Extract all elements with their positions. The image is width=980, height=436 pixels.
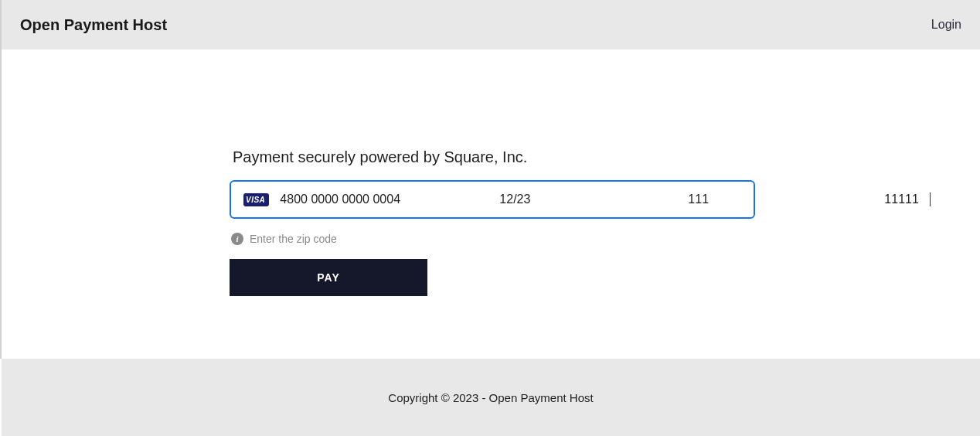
payment-heading: Payment securely powered by Square, Inc.	[233, 148, 527, 166]
card-cvv-input[interactable]	[688, 192, 842, 206]
main-content: Payment securely powered by Square, Inc.…	[0, 49, 980, 359]
pay-button[interactable]: PAY	[230, 259, 427, 296]
footer-copyright: Copyright © 2023 - Open Payment Host	[388, 391, 593, 404]
footer: Copyright © 2023 - Open Payment Host	[2, 359, 980, 436]
card-number-input[interactable]	[280, 192, 481, 206]
card-zip-input[interactable]	[884, 192, 931, 206]
login-link[interactable]: Login	[931, 18, 961, 32]
visa-icon: VISA	[243, 193, 269, 206]
info-icon: i	[231, 233, 243, 245]
header: Open Payment Host Login	[0, 0, 980, 49]
card-expiry-input[interactable]	[499, 192, 654, 206]
hint-row: i Enter the zip code	[231, 233, 337, 245]
app-title: Open Payment Host	[20, 16, 167, 34]
card-input-container[interactable]: VISA	[230, 180, 755, 219]
hint-text: Enter the zip code	[250, 233, 337, 245]
